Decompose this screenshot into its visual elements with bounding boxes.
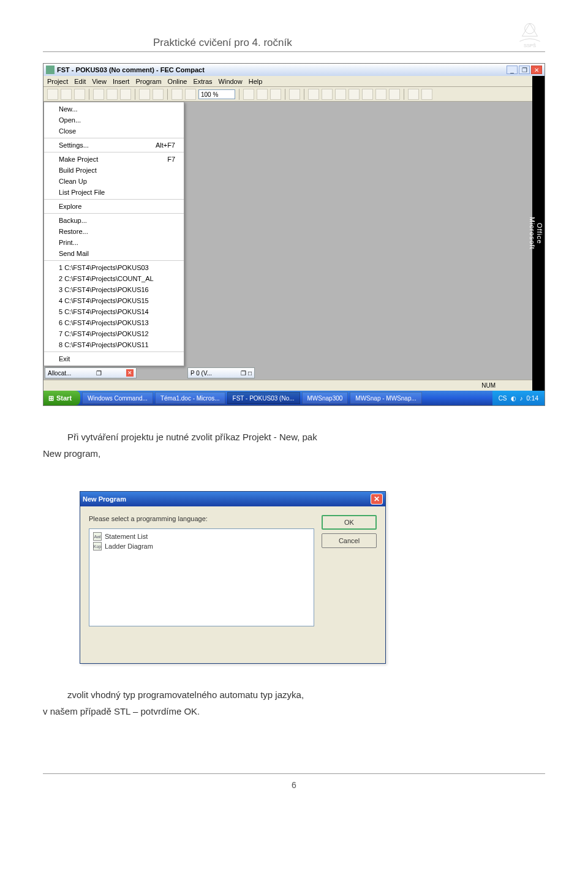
close-button[interactable]: ✕ (531, 66, 542, 74)
tool-icon[interactable] (289, 89, 300, 100)
dialog-body: Please select a programming language: Aw… (80, 506, 385, 663)
menu-item-cleanup[interactable]: Clean Up (44, 176, 184, 187)
new-program-dialog: New Program ✕ Please select a programmin… (80, 491, 386, 664)
language-list[interactable]: Awl Statement List Kop Ladder Diagram (89, 528, 314, 626)
tool-icon[interactable] (408, 89, 419, 100)
menu-edit[interactable]: Edit (74, 78, 86, 85)
taskbar-item-active[interactable]: FST - POKUS03 (No... (227, 392, 300, 404)
figure-dialog: New Program ✕ Please select a programmin… (43, 491, 545, 664)
svg-point-0 (525, 23, 535, 34)
start-button[interactable]: ⊞ Start (43, 391, 80, 405)
menu-help[interactable]: Help (249, 78, 263, 85)
menu-extras[interactable]: Extras (193, 78, 212, 85)
tool-icon[interactable] (270, 89, 281, 100)
pane-allocation[interactable]: Allocat... ❐ ✕ (45, 367, 137, 378)
tool-icon[interactable] (172, 89, 183, 100)
dialog-close-button[interactable]: ✕ (371, 494, 383, 505)
menu-item-backup[interactable]: Backup... (44, 215, 184, 226)
tool-icon[interactable] (335, 89, 346, 100)
menu-project[interactable]: Project (47, 78, 68, 85)
list-item[interactable]: Kop Ladder Diagram (92, 541, 311, 551)
tool-icon[interactable] (375, 89, 386, 100)
menu-item-recent8[interactable]: 8 C:\FST4\Projects\POKUS11 (44, 339, 184, 350)
separator (135, 89, 135, 100)
pane-close-icon[interactable]: ✕ (126, 369, 134, 377)
menu-item-listprojectfile[interactable]: List Project File (44, 187, 184, 198)
tool-icon[interactable] (139, 89, 150, 100)
menu-program[interactable]: Program (135, 78, 161, 85)
tool-icon[interactable] (308, 89, 319, 100)
page-number: 6 (292, 780, 296, 790)
restore-button[interactable]: ❐ (519, 66, 530, 74)
menu-item-recent2[interactable]: 2 C:\FST4\Projects\COUNT_AL (44, 273, 184, 284)
pane-max-icon[interactable]: □ (248, 370, 252, 377)
list-item[interactable]: Awl Statement List (92, 532, 311, 541)
menu-item-close[interactable]: Close (44, 126, 184, 137)
tool-icon[interactable] (107, 89, 118, 100)
taskbar-item[interactable]: Windows Command... (82, 392, 153, 404)
tool-icon[interactable] (153, 89, 164, 100)
tool-icon[interactable] (243, 89, 254, 100)
taskbar-item[interactable]: MWSnap - MWSnap... (350, 392, 421, 404)
tool-icon[interactable] (322, 89, 333, 100)
tool-icon[interactable] (421, 89, 432, 100)
tool-icon[interactable] (120, 89, 131, 100)
menu-item-recent4[interactable]: 4 C:\FST4\Projects\POKUS15 (44, 295, 184, 306)
figure-ide: FST - POKUS03 (No comment) - FEC Compact… (43, 63, 545, 406)
menu-window[interactable]: Window (219, 78, 243, 85)
dialog-titlebar: New Program ✕ (80, 492, 385, 506)
menu-item-recent1[interactable]: 1 C:\FST4\Projects\POKUS03 (44, 262, 184, 273)
system-tray[interactable]: CS ◐ ♪ 0:14 (492, 391, 545, 405)
text: Při vytváření projektu je nutné zvolit p… (67, 432, 317, 442)
pane-restore-icon[interactable]: ❐ (96, 370, 102, 377)
menu-item-exit[interactable]: Exit (44, 353, 184, 364)
taskbar-item[interactable]: MWSnap300 (302, 392, 349, 404)
cancel-button[interactable]: Cancel (322, 533, 377, 548)
menu-insert[interactable]: Insert (113, 78, 130, 85)
ok-button[interactable]: OK (322, 515, 377, 530)
menu-item-restore[interactable]: Restore... (44, 226, 184, 237)
menu-view[interactable]: View (92, 78, 107, 85)
lang-indicator[interactable]: CS (499, 395, 507, 402)
tool-icon[interactable] (389, 89, 400, 100)
taskbar-item[interactable]: Téma1.doc - Micros... (155, 392, 225, 404)
text: v našem případě STL – potvrdíme OK. (43, 706, 200, 716)
dialog-title: New Program (83, 495, 126, 503)
menu-item-print[interactable]: Print... (44, 237, 184, 248)
menu-item-recent6[interactable]: 6 C:\FST4\Projects\POKUS13 (44, 317, 184, 328)
windows-icon: ⊞ (48, 394, 54, 402)
pane-restore-icon[interactable]: ❐ (241, 370, 246, 377)
paragraph-1: Při vytváření projektu je nutné zvolit p… (43, 430, 545, 460)
tool-icon[interactable] (61, 89, 72, 100)
paragraph-2: zvolit vhodný typ programovatelného auto… (43, 688, 545, 718)
menu-item-make[interactable]: Make ProjectF7 (44, 154, 184, 165)
window-title: FST - POKUS03 (No comment) - FEC Compact (57, 66, 205, 73)
text: zvolit vhodný typ programovatelného auto… (67, 689, 304, 700)
menu-item-open[interactable]: Open... (44, 115, 184, 126)
menu-item-recent3[interactable]: 3 C:\FST4\Projects\POKUS16 (44, 284, 184, 295)
minimize-button[interactable]: _ (507, 66, 518, 74)
tool-icon[interactable] (362, 89, 373, 100)
menu-item-recent5[interactable]: 5 C:\FST4\Projects\POKUS14 (44, 306, 184, 317)
menu-item-sendmail[interactable]: Send Mail (44, 248, 184, 259)
menu-item-build[interactable]: Build Project (44, 165, 184, 176)
tool-icon[interactable] (74, 89, 85, 100)
menu-online[interactable]: Online (168, 78, 187, 85)
tool-icon[interactable] (257, 89, 268, 100)
menu-item-settings[interactable]: Settings...Alt+F7 (44, 140, 184, 151)
tray-icon[interactable]: ◐ (511, 395, 516, 402)
tray-icon[interactable]: ♪ (520, 395, 523, 402)
menu-item-recent7[interactable]: 7 C:\FST4\Projects\POKUS12 (44, 328, 184, 339)
pane-program[interactable]: P 0 (V... ❐ □ (187, 367, 255, 378)
tool-icon[interactable] (349, 89, 360, 100)
tool-icon[interactable] (185, 89, 196, 100)
menu-item-explore[interactable]: Explore (44, 201, 184, 212)
menu-item-new[interactable]: New... (44, 103, 184, 115)
office-sidebar[interactable]: Office Microsoft (532, 76, 545, 391)
stl-icon: Awl (93, 532, 102, 541)
tool-icon[interactable] (93, 89, 104, 100)
zoom-combo[interactable]: 100 % (198, 89, 235, 99)
page-footer: 6 (43, 773, 545, 790)
separator (404, 89, 404, 100)
tool-icon[interactable] (47, 89, 58, 100)
